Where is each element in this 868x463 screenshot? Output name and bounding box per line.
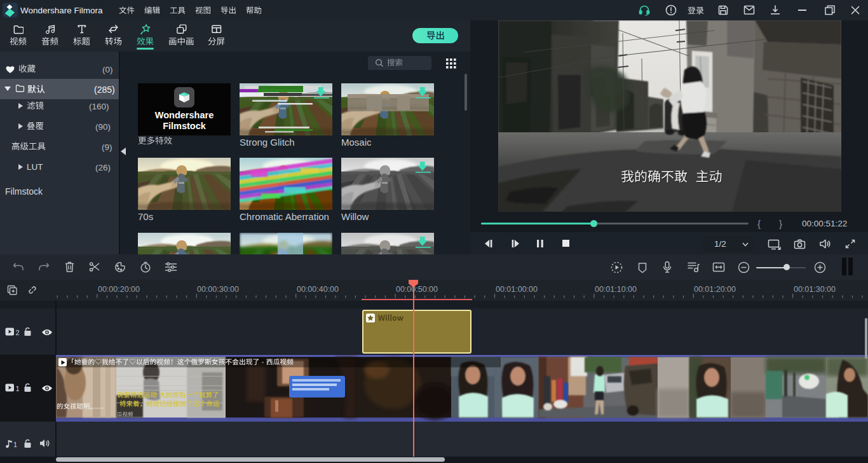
svg-text:2: 2	[16, 329, 20, 336]
svg-text:1: 1	[13, 441, 17, 448]
svg-text:1: 1	[16, 385, 20, 392]
